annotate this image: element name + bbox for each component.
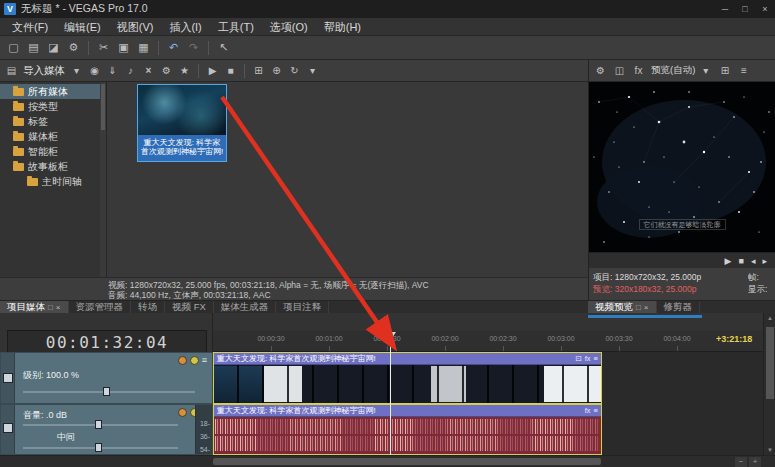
new-project-icon[interactable]: ▢ [4, 38, 23, 57]
track-fader-handle[interactable] [3, 373, 13, 383]
zoom-icon[interactable]: ⊕ [268, 62, 285, 79]
zoom-out-button[interactable]: − [735, 457, 747, 467]
close-button[interactable]: × [755, 0, 775, 18]
menu-file[interactable]: 文件(F) [4, 18, 56, 36]
event-menu-icon[interactable]: ≡ [594, 406, 598, 415]
menu-edit[interactable]: 编辑(E) [56, 18, 109, 36]
tab-project-media[interactable]: 项目媒体 □ × [0, 301, 69, 313]
track-resize-strip[interactable] [1, 353, 15, 403]
scroll-up-icon[interactable]: ▲ [764, 315, 775, 321]
preview-quality-dropdown[interactable]: 预览(自动) [651, 64, 695, 77]
import-media-button[interactable]: 导入媒体 [21, 64, 67, 78]
audio-event-waveform[interactable] [214, 417, 601, 454]
bin-storyboard-bins[interactable]: 故事板柜 [0, 159, 106, 174]
paste-icon[interactable]: ▦ [134, 38, 153, 57]
menu-tools[interactable]: 工具(T) [210, 18, 262, 36]
track-menu-icon[interactable]: ≡ [202, 356, 207, 365]
track-mute-button[interactable] [178, 356, 187, 365]
event-menu-icon[interactable]: ≡ [594, 354, 598, 363]
timecode-display[interactable]: 00:01:32:04 [7, 330, 207, 354]
import-dropdown-icon[interactable]: ▾ [68, 62, 85, 79]
event-fx-icon[interactable]: fx [585, 354, 591, 363]
bin-by-type[interactable]: 按类型 [0, 99, 106, 114]
track-fader-handle[interactable] [3, 423, 13, 433]
stop-preview-icon[interactable]: ■ [222, 62, 239, 79]
more-options-icon[interactable]: ▾ [304, 62, 321, 79]
timeline-cursor[interactable] [390, 331, 391, 455]
menu-insert[interactable]: 插入(I) [161, 18, 209, 36]
tab-close-icon[interactable]: × [644, 303, 649, 312]
preview-settings-gear-icon[interactable]: ⚙ [592, 62, 609, 79]
media-list-icon[interactable]: ▤ [3, 62, 20, 79]
grid-overlay-icon[interactable]: ⊞ [716, 62, 733, 79]
split-screen-icon[interactable]: ◫ [611, 62, 628, 79]
timeline-ruler[interactable]: 00:00:30 00:01:00 00:01:30 00:02:00 00:0… [213, 331, 763, 352]
project-properties-icon[interactable]: ⚙ [64, 38, 83, 57]
preview-quality-arrow-icon[interactable]: ▾ [697, 62, 714, 79]
cut-icon[interactable]: ✂ [94, 38, 113, 57]
video-level-slider[interactable] [23, 391, 195, 393]
redo-icon[interactable]: ↷ [184, 38, 203, 57]
views-icon[interactable]: ⊞ [250, 62, 267, 79]
play-button[interactable]: ▶ [725, 256, 732, 266]
audio-event-title-bar[interactable]: 重大天文发现: 科学家首次观测到神秘宇宙网! fx ≡ [214, 405, 601, 417]
tab-explorer[interactable]: 资源管理器 [69, 301, 132, 313]
audio-volume-slider-handle[interactable] [95, 420, 102, 429]
tree-scrollbar[interactable] [100, 82, 106, 277]
menu-help[interactable]: 帮助(H) [316, 18, 369, 36]
refresh-icon[interactable]: ↻ [286, 62, 303, 79]
copy-icon[interactable]: ▣ [114, 38, 133, 57]
bin-main-timeline[interactable]: 主时间轴 [0, 174, 106, 189]
vertical-scroll-thumb[interactable] [766, 327, 774, 399]
video-event[interactable]: 重大天文发现: 科学家首次观测到神秘宇宙网! ⊡ fx ≡ [213, 352, 602, 404]
tab-video-preview[interactable]: 视频预览 □ × [588, 301, 657, 313]
loop-region-bar[interactable] [588, 315, 702, 318]
video-output-fx-icon[interactable]: fx [630, 62, 647, 79]
tab-transitions[interactable]: 转场 [131, 301, 165, 313]
bin-tags[interactable]: 标签 [0, 114, 106, 129]
zoom-in-button[interactable]: + [749, 457, 761, 467]
extract-audio-icon[interactable]: ♪ [122, 62, 139, 79]
media-item[interactable]: 重大天文发现: 科学家 首次观测到神秘宇宙网! [137, 84, 227, 162]
stop-button[interactable]: ■ [739, 256, 744, 266]
tab-window-icon[interactable]: □ [636, 303, 641, 312]
remove-media-icon[interactable]: × [140, 62, 157, 79]
scroll-down-icon[interactable]: ▼ [764, 447, 775, 453]
bin-smart-bins[interactable]: 智能柜 [0, 144, 106, 159]
edit-tool-icon[interactable]: ↖ [214, 38, 233, 57]
next-frame-button[interactable]: ▸ [762, 256, 767, 266]
video-event-filmstrip[interactable] [214, 365, 601, 403]
previous-frame-button[interactable]: ◂ [751, 256, 756, 266]
preview-menu-icon[interactable]: ≡ [735, 62, 752, 79]
event-pan-crop-icon[interactable]: ⊡ [575, 354, 581, 363]
tab-video-fx[interactable]: 视频 FX [165, 301, 214, 313]
save-project-icon[interactable]: ◪ [44, 38, 63, 57]
media-properties-icon[interactable]: ⚙ [158, 62, 175, 79]
timeline-vertical-scrollbar[interactable]: ▲ ▼ [763, 313, 775, 455]
audio-track-header[interactable]: ≡ 音量: .0 dB 中间 18- 36- 54- [0, 404, 213, 455]
open-project-icon[interactable]: ▤ [24, 38, 43, 57]
timeline-horizontal-scrollbar[interactable]: − + [0, 455, 775, 467]
audio-volume-slider[interactable] [23, 424, 178, 426]
track-mute-button[interactable] [178, 408, 187, 417]
bin-all-media[interactable]: 所有媒体 [0, 84, 106, 99]
audio-pan-slider[interactable] [23, 447, 178, 449]
start-preview-icon[interactable]: ▶ [204, 62, 221, 79]
tab-trimmer[interactable]: 修剪器 [657, 301, 701, 313]
tab-media-generators[interactable]: 媒体生成器 [214, 301, 277, 313]
event-fx-icon[interactable]: fx [585, 406, 591, 415]
get-media-icon[interactable]: ⇓ [104, 62, 121, 79]
minimize-button[interactable]: ─ [715, 0, 735, 18]
video-level-slider-handle[interactable] [103, 387, 110, 396]
bin-media-bins[interactable]: 媒体柜 [0, 129, 106, 144]
tab-window-icon[interactable]: □ [48, 303, 53, 312]
undo-icon[interactable]: ↶ [164, 38, 183, 57]
tab-project-notes[interactable]: 项目注释 [276, 301, 329, 313]
tab-close-icon[interactable]: × [56, 303, 61, 312]
capture-video-icon[interactable]: ◉ [86, 62, 103, 79]
track-solo-button[interactable] [190, 356, 199, 365]
menu-options[interactable]: 选项(O) [262, 18, 316, 36]
horizontal-scroll-thumb[interactable] [213, 458, 601, 465]
maximize-button[interactable]: □ [735, 0, 755, 18]
video-track-header[interactable]: ≡ 级别: 100.0 % [0, 352, 213, 404]
